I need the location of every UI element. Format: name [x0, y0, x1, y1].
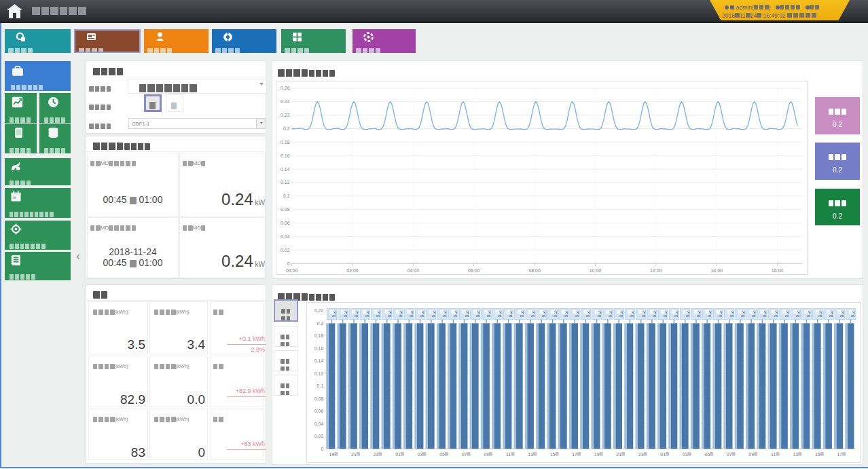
svg-text:06:00: 06:00 [468, 268, 480, 273]
svg-text:01: 01 [395, 452, 401, 457]
svg-text:0.02: 0.02 [281, 248, 290, 252]
svg-text:01: 01 [660, 452, 666, 457]
svg-text:15: 15 [815, 452, 820, 457]
svg-text:0.18: 0.18 [281, 140, 290, 145]
svg-text:0.08: 0.08 [314, 396, 324, 401]
svg-text:19: 19 [594, 452, 600, 457]
svg-text:11: 11 [506, 452, 511, 457]
svg-text:0.1: 0.1 [283, 193, 290, 198]
svg-text:0.2: 0.2 [317, 321, 324, 326]
svg-text:0.24: 0.24 [281, 99, 290, 104]
svg-text:0.14: 0.14 [314, 358, 324, 363]
svg-text:21: 21 [351, 452, 357, 457]
svg-text:10:00: 10:00 [590, 268, 602, 273]
svg-text:04:00: 04:00 [408, 268, 420, 273]
svg-text:03: 03 [683, 452, 688, 457]
svg-text:0.14: 0.14 [281, 167, 290, 172]
svg-text:0.18: 0.18 [314, 333, 324, 338]
svg-text:09: 09 [484, 452, 489, 457]
svg-text:0.22: 0.22 [314, 308, 324, 313]
svg-text:0.04: 0.04 [281, 234, 290, 239]
svg-text:0.12: 0.12 [314, 371, 324, 376]
svg-text:0.12: 0.12 [281, 180, 290, 185]
svg-text:05: 05 [704, 452, 710, 457]
svg-text:03: 03 [418, 452, 423, 457]
svg-text:08:00: 08:00 [528, 268, 541, 273]
svg-text:19: 19 [329, 452, 335, 457]
svg-text:16:00: 16:00 [772, 268, 784, 273]
svg-text:09: 09 [748, 452, 754, 457]
svg-text:0: 0 [287, 261, 290, 266]
svg-text:23: 23 [374, 452, 379, 457]
svg-text:00:00: 00:00 [286, 268, 298, 273]
svg-text:0.16: 0.16 [314, 346, 324, 351]
svg-text:15: 15 [550, 452, 556, 457]
svg-text:23: 23 [638, 452, 644, 457]
svg-text:14:00: 14:00 [710, 268, 723, 273]
svg-text:0.08: 0.08 [281, 207, 290, 212]
svg-text:0.04: 0.04 [314, 421, 324, 426]
svg-text:13: 13 [528, 452, 533, 457]
svg-text:0.1: 0.1 [317, 383, 324, 388]
svg-text:02:00: 02:00 [346, 268, 359, 273]
svg-text:07: 07 [727, 452, 732, 457]
svg-text:0.02: 0.02 [314, 434, 324, 438]
svg-text:13: 13 [793, 452, 798, 457]
svg-text:12:00: 12:00 [650, 268, 662, 273]
svg-text:0.16: 0.16 [281, 153, 290, 158]
svg-text:05: 05 [439, 452, 445, 457]
svg-text:17: 17 [572, 452, 577, 457]
svg-text:0: 0 [321, 447, 323, 451]
svg-text:17: 17 [837, 452, 842, 457]
svg-text:0.22: 0.22 [281, 113, 290, 117]
svg-text:0.06: 0.06 [314, 409, 324, 413]
svg-text:0.26: 0.26 [281, 86, 290, 90]
svg-text:21: 21 [616, 452, 621, 457]
svg-text:0.2: 0.2 [283, 126, 290, 131]
svg-text:11: 11 [771, 452, 776, 457]
svg-text:07: 07 [462, 452, 467, 457]
svg-text:0.06: 0.06 [281, 221, 290, 225]
